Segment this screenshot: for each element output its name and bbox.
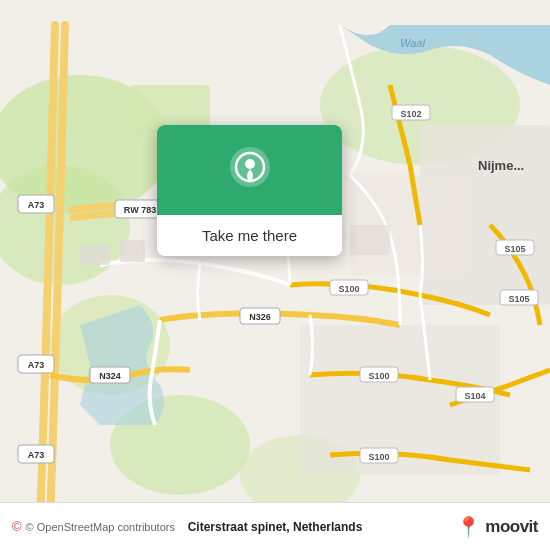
svg-text:S100: S100 [368, 371, 389, 381]
popup-card: Take me there [157, 125, 342, 256]
svg-text:S105: S105 [508, 294, 529, 304]
moovit-logo: 📍 moovit [456, 515, 538, 539]
copyright-icon: © [12, 519, 22, 534]
svg-text:A73: A73 [28, 200, 45, 210]
popup-header [157, 125, 342, 215]
moovit-text: moovit [485, 517, 538, 537]
svg-text:S100: S100 [338, 284, 359, 294]
copyright-area: © © OpenStreetMap contributors [12, 519, 175, 534]
take-me-there-button[interactable]: Take me there [157, 215, 342, 256]
svg-text:S100: S100 [368, 452, 389, 462]
bottom-bar: © © OpenStreetMap contributors Citerstra… [0, 502, 550, 550]
svg-text:A73: A73 [28, 450, 45, 460]
map-container: A73 A73 A73 RW 783 N326 N324 S100 S100 S… [0, 0, 550, 550]
svg-text:Waal: Waal [400, 37, 425, 49]
osm-copyright-text: © OpenStreetMap contributors [26, 521, 175, 533]
moovit-pin-icon: 📍 [456, 515, 481, 539]
svg-text:N326: N326 [249, 312, 271, 322]
location-pin-icon [228, 145, 272, 189]
svg-point-46 [245, 159, 255, 169]
svg-text:S105: S105 [504, 244, 525, 254]
svg-rect-39 [80, 245, 110, 265]
svg-text:S104: S104 [464, 391, 485, 401]
svg-text:Nijme...: Nijme... [478, 158, 524, 173]
svg-text:S102: S102 [400, 109, 421, 119]
map-svg: A73 A73 A73 RW 783 N326 N324 S100 S100 S… [0, 0, 550, 550]
address-label: Citerstraat spinet, Netherlands [188, 520, 363, 534]
svg-text:A73: A73 [28, 360, 45, 370]
svg-rect-43 [350, 225, 390, 255]
svg-rect-40 [120, 240, 145, 262]
svg-text:RW 783: RW 783 [124, 205, 156, 215]
svg-text:N324: N324 [99, 371, 121, 381]
